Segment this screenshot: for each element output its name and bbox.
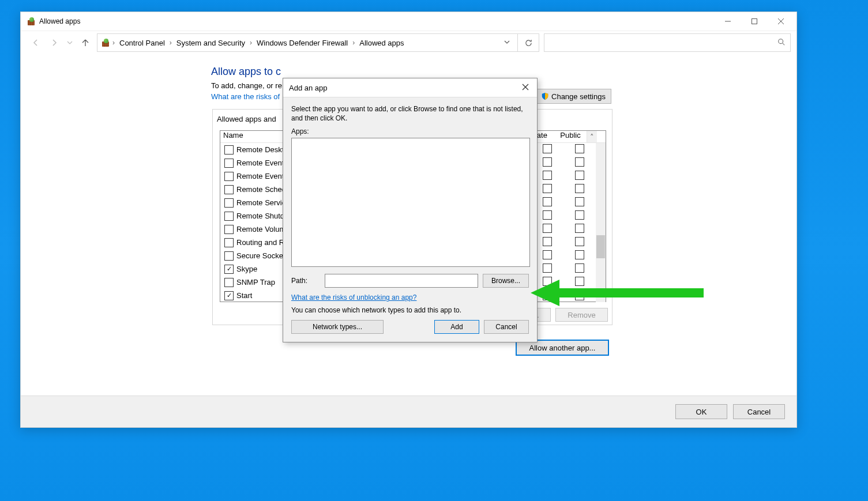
svg-rect-1 (752, 19, 757, 24)
close-button[interactable] (768, 12, 794, 31)
shield-icon (541, 92, 549, 100)
titlebar: Allowed apps (21, 12, 796, 31)
app-checkbox[interactable] (224, 172, 234, 181)
breadcrumb-firewall[interactable]: Windows Defender Firewall (254, 39, 350, 47)
footer: OK Cancel (21, 395, 796, 427)
change-settings-button[interactable]: Change settings (535, 89, 611, 104)
page-heading: Allow apps to c (211, 66, 796, 78)
scroll-up-icon[interactable]: ˄ (587, 131, 597, 142)
change-settings-label: Change settings (551, 92, 606, 101)
up-button[interactable] (78, 36, 92, 50)
browse-button[interactable]: Browse... (483, 274, 529, 288)
app-checkbox[interactable] (224, 265, 234, 274)
public-checkbox[interactable] (563, 263, 596, 274)
refresh-button[interactable] (518, 33, 539, 52)
svg-line-5 (783, 43, 785, 45)
apps-label: Apps: (291, 127, 529, 135)
group-label: Allowed apps and (217, 115, 276, 123)
app-checkbox[interactable] (224, 251, 234, 261)
network-types-button[interactable]: Network types... (291, 320, 384, 334)
dialog-instruction: Select the app you want to add, or click… (291, 104, 529, 123)
path-input[interactable] (325, 274, 478, 288)
column-public[interactable]: Public (554, 131, 587, 142)
public-checkbox[interactable] (563, 237, 596, 248)
public-checkbox[interactable] (563, 184, 596, 195)
remove-button[interactable]: Remove (555, 308, 608, 322)
app-checkbox[interactable] (224, 212, 234, 221)
network-hint: You can choose which network types to ad… (291, 306, 529, 314)
chevron-right-icon[interactable]: › (351, 39, 356, 47)
ok-button[interactable]: OK (675, 404, 727, 419)
breadcrumb-system-security[interactable]: System and Security (174, 39, 247, 47)
recent-dropdown-icon[interactable] (66, 36, 74, 50)
firewall-icon (27, 17, 36, 26)
public-checkbox[interactable] (563, 144, 596, 155)
breadcrumb-control-panel[interactable]: Control Panel (117, 39, 167, 47)
chevron-right-icon[interactable]: › (249, 39, 253, 47)
public-checkbox[interactable] (563, 291, 596, 300)
address-bar[interactable]: › Control Panel › System and Security › … (97, 33, 518, 52)
dialog-titlebar: Add an app (283, 78, 537, 97)
add-button[interactable]: Add (434, 320, 479, 334)
dialog-title: Add an app (289, 84, 328, 92)
app-checkbox[interactable] (224, 159, 234, 168)
app-checkbox[interactable] (224, 198, 234, 208)
search-icon (777, 38, 786, 48)
dialog-cancel-button[interactable]: Cancel (484, 320, 529, 334)
search-input[interactable] (544, 33, 791, 52)
app-checkbox[interactable] (224, 291, 234, 300)
public-checkbox[interactable] (563, 250, 596, 261)
back-button[interactable] (29, 36, 43, 50)
address-dropdown-icon[interactable] (500, 39, 514, 47)
scroll-down-icon[interactable]: ˅ (596, 292, 606, 302)
app-checkbox[interactable] (224, 225, 234, 234)
risks-link[interactable]: What are the risks of unblocking an app? (291, 293, 416, 302)
navbar: › Control Panel › System and Security › … (21, 31, 796, 54)
public-checkbox[interactable] (563, 224, 596, 235)
vertical-scrollbar[interactable]: ˅ (596, 143, 606, 302)
svg-point-4 (779, 39, 783, 43)
app-checkbox[interactable] (224, 238, 234, 247)
public-checkbox[interactable] (563, 197, 596, 208)
chevron-right-icon[interactable]: › (111, 39, 116, 47)
public-checkbox[interactable] (563, 277, 596, 288)
dialog-close-button[interactable] (520, 81, 531, 95)
firewall-icon (101, 38, 110, 47)
path-label: Path: (291, 277, 320, 285)
cancel-button[interactable]: Cancel (733, 404, 785, 419)
app-checkbox[interactable] (224, 278, 234, 287)
add-app-dialog: Add an app Select the app you want to ad… (283, 78, 538, 342)
breadcrumb-allowed-apps[interactable]: Allowed apps (357, 39, 406, 47)
window-title: Allowed apps (39, 17, 80, 25)
scroll-thumb[interactable] (596, 235, 605, 258)
public-checkbox[interactable] (563, 171, 596, 182)
chevron-right-icon[interactable]: › (168, 39, 173, 47)
minimize-button[interactable] (715, 12, 741, 31)
app-checkbox[interactable] (224, 145, 234, 155)
apps-listbox[interactable] (291, 138, 530, 267)
maximize-button[interactable] (741, 12, 768, 31)
public-checkbox[interactable] (563, 210, 596, 221)
forward-button[interactable] (47, 36, 61, 50)
public-checkbox[interactable] (563, 157, 596, 168)
app-checkbox[interactable] (224, 185, 234, 194)
